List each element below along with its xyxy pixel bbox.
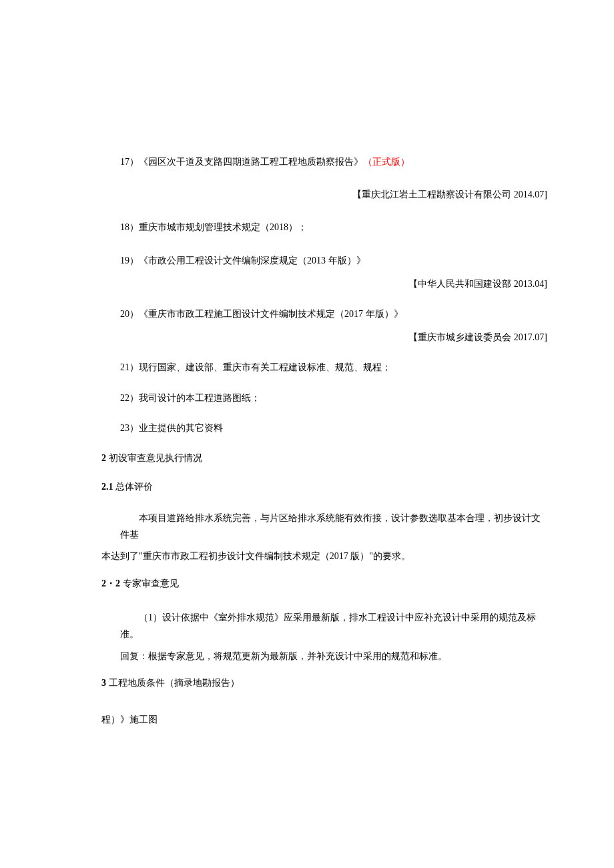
section-3-title: 工程地质条件（摘录地勘报告） [109, 678, 240, 688]
section-3-heading: 3 工程地质条件（摘录地勘报告） [101, 675, 547, 691]
list-item-21: 21）现行国家、建设部、重庆市有关工程建设标准、规范、规程； [120, 359, 547, 376]
item-17-red-note: （正式版） [363, 157, 410, 167]
list-item-17: 17）《园区次干道及支路四期道路工程工程地质勘察报告》（正式版） [120, 153, 547, 170]
section-3-number: 3 [101, 678, 109, 688]
section-2-1-body-line2: 本达到了"重庆市市政工程初步设计文件编制技术规定（2017 版）"的要求。 [101, 548, 547, 564]
list-item-18: 18）重庆市城市规划管理技术规定（2018）； [120, 219, 547, 236]
section-2-1-title: 总体评价 [115, 482, 153, 492]
expert-opinion-1: （1）设计依据中《室外排水规范》应采用最新版，排水工程设计中应补充设计中采用的规… [120, 609, 547, 642]
section-2-1-body-line1: 本项目道路给排水系统完善，与片区给排水系统能有效衔接，设计参数选取基本合理，初步… [120, 510, 547, 543]
expert-reply-1: 回复：根据专家意见，将规范更新为最新版，并补充设计中采用的规范和标准。 [120, 648, 547, 665]
section-2-number: 2 [101, 453, 109, 463]
section-2-2-number: 2・2 [101, 578, 123, 588]
section-2-2-title: 专家审查意见 [123, 578, 179, 588]
section-2-1-heading: 2.1 总体评价 [101, 478, 547, 495]
tail-text: 程）》施工图 [101, 711, 547, 728]
item-19-source: 【中华人民共和国建设部 2013.04] [120, 276, 547, 292]
item-17-text: 17）《园区次干道及支路四期道路工程工程地质勘察报告》 [120, 157, 363, 167]
list-item-22: 22）我司设计的本工程道路图纸； [120, 390, 547, 406]
item-20-source: 【重庆市城乡建设委员会 2017.07] [120, 329, 547, 346]
list-item-20: 20）《重庆市市政工程施工图设计文件编制技术规定（2017 年版）》 [120, 306, 547, 322]
list-item-23: 23）业主提供的其它资料 [120, 420, 547, 436]
section-2-1-number: 2.1 [101, 482, 115, 492]
section-2-2-heading: 2・2 专家审查意见 [101, 575, 547, 592]
document-page: 17）《园区次干道及支路四期道路工程工程地质勘察报告》（正式版） 【重庆北江岩土… [0, 0, 614, 795]
section-2-heading: 2 初设审查意见执行情况 [101, 450, 547, 466]
list-item-19: 19）《市政公用工程设计文件编制深度规定（2013 年版）》 [120, 252, 547, 269]
item-17-source: 【重庆北江岩土工程勘察设计有限公司 2014.07] [120, 186, 547, 203]
section-2-title: 初设审查意见执行情况 [109, 453, 202, 463]
